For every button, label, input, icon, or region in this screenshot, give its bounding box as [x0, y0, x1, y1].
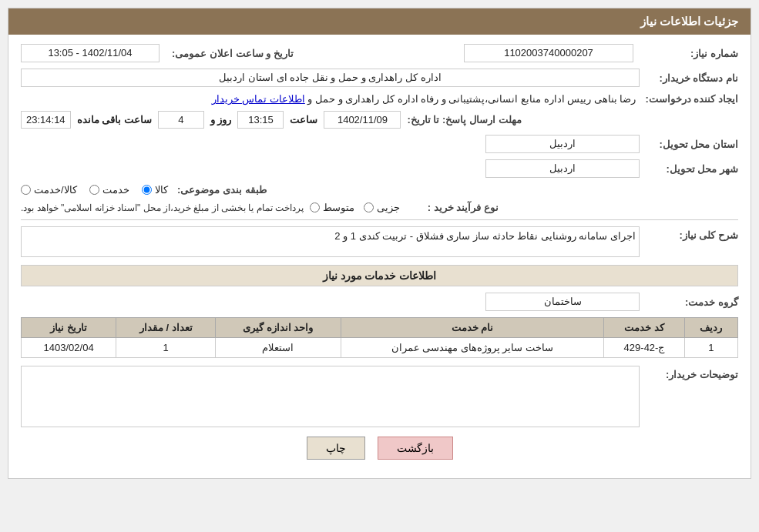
purchase-type-part-label: جزیی: [377, 202, 400, 213]
cell-code: ج-42-429: [604, 338, 685, 358]
need-number-value: 1102003740000207: [464, 44, 633, 62]
deadline-days: 4: [158, 111, 204, 129]
back-button[interactable]: بازگشت: [378, 437, 453, 460]
deadline-label: مهلت ارسال پاسخ: تا تاریخ:: [407, 114, 521, 125]
purchase-type-part-option[interactable]: جزیی: [364, 202, 400, 213]
category-good-radio[interactable]: [142, 185, 152, 195]
cell-row: 1: [684, 338, 737, 358]
col-date: تاریخ نیاز: [22, 318, 116, 338]
category-good-service-label: کالا/خدمت: [34, 184, 77, 196]
deadline-days-label: روز و: [210, 114, 232, 125]
category-service-label: خدمت: [102, 184, 129, 196]
deadline-date: 1402/11/09: [324, 111, 401, 129]
service-group-label: گروه خدمت:: [646, 296, 738, 308]
city-value: اردبیل: [485, 159, 640, 178]
services-table: ردیف کد خدمت نام خدمت واحد اندازه گیری ت…: [21, 317, 738, 358]
category-service-option[interactable]: خدمت: [89, 184, 129, 196]
city-label: شهر محل تحویل:: [646, 163, 738, 175]
deadline-time-label-inline: ساعت: [290, 114, 317, 125]
announce-date-label: تاریخ و ساعت اعلان عمومی:: [172, 48, 294, 59]
deadline-time: 13:15: [237, 111, 284, 129]
buyer-notes-label: توضیحات خریدار:: [646, 366, 738, 380]
service-group-value: ساختمان: [485, 293, 640, 311]
creator-name: رضا بناهی رییس اداره منابع انسانی،پشتیبا…: [307, 93, 636, 105]
need-number-label: شماره نیاز:: [646, 48, 738, 59]
col-code: کد خدمت: [604, 318, 685, 338]
category-label: طبقه بندی موضوعی:: [174, 184, 267, 196]
purchase-type-mid-label: متوسط: [323, 202, 354, 213]
need-desc-value: اجرای سامانه روشنایی نقاط حادثه ساز ساری…: [21, 226, 640, 257]
col-quantity: تعداد / مقدار: [116, 318, 216, 338]
category-good-service-option[interactable]: کالا/خدمت: [21, 184, 77, 196]
announce-date-value: 1402/11/04 - 13:05: [21, 44, 160, 62]
purchase-type-note: پرداخت تمام یا بخشی از مبلغ خرید،از محل …: [21, 202, 304, 213]
cell-name: ساخت سایر پروژه‌های مهندسی عمران: [341, 338, 603, 358]
purchase-type-part-radio[interactable]: [364, 202, 374, 212]
cell-quantity: 1: [116, 338, 216, 358]
province-label: استان محل تحویل:: [646, 139, 738, 150]
purchase-type-mid-option[interactable]: متوسط: [310, 202, 354, 213]
category-good-label: کالا: [155, 184, 168, 196]
buyer-notes-textarea[interactable]: [21, 366, 640, 427]
category-good-option[interactable]: کالا: [142, 184, 168, 196]
org-name-label: نام دستگاه خریدار:: [646, 72, 738, 84]
contact-link[interactable]: اطلاعات تماس خریدار: [212, 93, 305, 105]
print-button[interactable]: چاپ: [307, 437, 365, 460]
province-value: اردبیل: [485, 135, 640, 153]
cell-unit: استعلام: [216, 338, 341, 358]
page-title: جزئیات اطلاعات نیاز: [8, 8, 751, 35]
col-name: نام خدمت: [341, 318, 603, 338]
purchase-type-label: نوع فرآیند خرید :: [406, 202, 499, 213]
deadline-remaining: 23:14:14: [21, 111, 71, 129]
purchase-type-mid-radio[interactable]: [310, 202, 320, 212]
org-name-value: اداره کل راهداری و حمل و نقل جاده ای است…: [21, 69, 640, 87]
need-desc-label: شرح کلی نیاز:: [646, 226, 738, 241]
creator-label: ایجاد کننده درخواست:: [645, 93, 738, 105]
col-unit: واحد اندازه گیری: [216, 318, 341, 338]
category-good-service-radio[interactable]: [21, 185, 31, 195]
cell-date: 1403/02/04: [22, 338, 116, 358]
category-service-radio[interactable]: [89, 185, 99, 195]
col-row: ردیف: [684, 318, 737, 338]
deadline-remaining-label: ساعت باقی مانده: [77, 114, 152, 125]
table-row: 1ج-42-429ساخت سایر پروژه‌های مهندسی عمرا…: [22, 338, 738, 358]
services-section-title: اطلاعات خدمات مورد نیاز: [21, 265, 738, 286]
